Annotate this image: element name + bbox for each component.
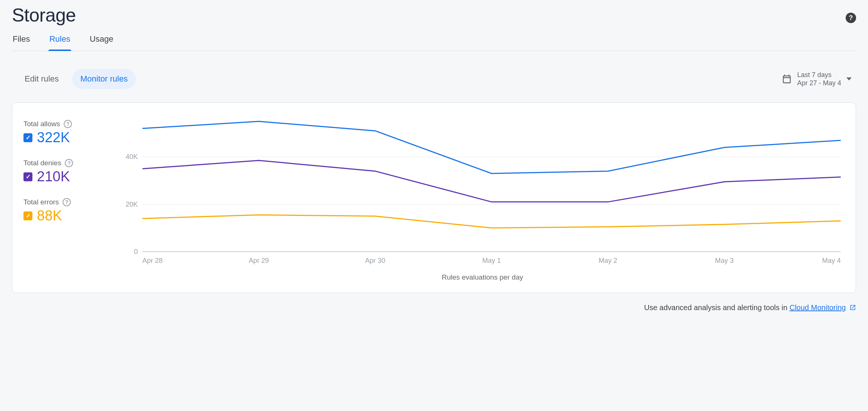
help-icon[interactable]: ? xyxy=(63,198,71,206)
legend-label-errors: Total errors xyxy=(23,198,59,206)
date-range-picker[interactable]: Last 7 days Apr 27 - May 4 xyxy=(782,71,852,87)
legend-item-denies: Total denies ? ✓ 210K xyxy=(23,159,109,185)
calendar-icon xyxy=(782,74,792,84)
rules-subtabs: Edit rules Monitor rules xyxy=(16,69,136,89)
svg-text:20K: 20K xyxy=(126,201,138,208)
svg-text:Apr 30: Apr 30 xyxy=(365,257,385,264)
chart-xlabel: Rules evaluations per day xyxy=(120,273,845,281)
footer-hint: Use advanced analysis and alerting tools… xyxy=(12,303,856,312)
svg-text:40K: 40K xyxy=(126,153,138,161)
date-range-value: Apr 27 - May 4 xyxy=(797,79,841,87)
help-icon[interactable]: ? xyxy=(64,120,72,128)
footer-prefix: Use advanced analysis and alerting tools… xyxy=(644,303,789,312)
legend-item-allows: Total allows ? ✓ 322K xyxy=(23,120,109,146)
legend-label-allows: Total allows xyxy=(23,120,60,128)
page-title: Storage xyxy=(12,4,76,26)
svg-text:May 4: May 4 xyxy=(822,257,841,264)
tab-files[interactable]: Files xyxy=(12,29,31,51)
svg-text:May 3: May 3 xyxy=(715,257,734,264)
chevron-down-icon xyxy=(846,77,852,80)
subtab-monitor-rules[interactable]: Monitor rules xyxy=(72,69,136,89)
legend-item-errors: Total errors ? ✓ 88K xyxy=(23,198,109,224)
svg-text:Apr 29: Apr 29 xyxy=(249,257,269,264)
legend-checkbox-denies[interactable]: ✓ xyxy=(23,172,32,181)
legend-checkbox-allows[interactable]: ✓ xyxy=(23,133,32,142)
date-range-text: Last 7 days Apr 27 - May 4 xyxy=(797,71,841,87)
svg-text:Apr 28: Apr 28 xyxy=(142,257,162,264)
chart-area: 020K40KApr 28Apr 29Apr 30May 1May 2May 3… xyxy=(120,118,845,281)
svg-text:May 2: May 2 xyxy=(599,257,617,264)
cloud-monitoring-link[interactable]: Cloud Monitoring xyxy=(789,303,846,312)
line-chart: 020K40KApr 28Apr 29Apr 30May 1May 2May 3… xyxy=(120,118,845,267)
external-link-icon xyxy=(849,304,856,311)
svg-text:0: 0 xyxy=(134,248,138,255)
chart-card: Total allows ? ✓ 322K Total denies ? ✓ 2… xyxy=(12,102,856,293)
legend-checkbox-errors[interactable]: ✓ xyxy=(23,211,32,220)
legend-label-denies: Total denies xyxy=(23,159,61,167)
date-range-label: Last 7 days xyxy=(797,71,841,79)
chart-legend: Total allows ? ✓ 322K Total denies ? ✓ 2… xyxy=(23,118,109,281)
legend-value-errors: 88K xyxy=(37,208,62,224)
tab-usage[interactable]: Usage xyxy=(89,29,114,51)
svg-text:May 1: May 1 xyxy=(482,257,501,264)
legend-value-allows: 322K xyxy=(37,130,70,146)
help-icon[interactable]: ? xyxy=(846,13,856,23)
legend-value-denies: 210K xyxy=(37,169,70,185)
help-icon[interactable]: ? xyxy=(65,159,73,167)
main-tabs: Files Rules Usage xyxy=(12,29,856,51)
subtab-edit-rules[interactable]: Edit rules xyxy=(16,69,67,89)
tab-rules[interactable]: Rules xyxy=(48,29,71,51)
